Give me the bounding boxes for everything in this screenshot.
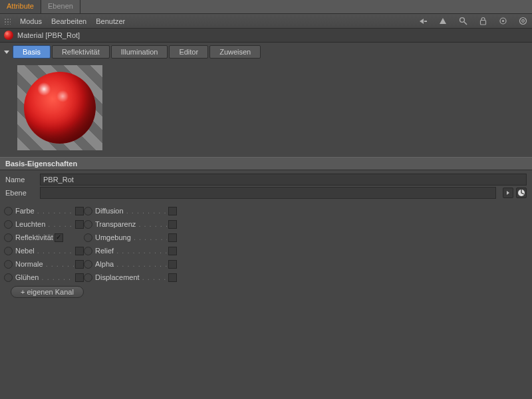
svg-line-2	[464, 22, 467, 25]
channel-label[interactable]: Diffusion . . . . . . . . . . .	[95, 207, 167, 215]
channel-checkbox[interactable]	[75, 207, 84, 215]
tab-layers[interactable]: Ebenen	[41, 0, 80, 13]
channel-radio[interactable]	[84, 207, 92, 215]
channel-row-farbe: Farbe . . . . . . . . .	[4, 205, 84, 217]
svg-point-6	[519, 18, 526, 25]
channel-checkbox[interactable]	[168, 220, 177, 229]
up-arrow-icon[interactable]	[438, 16, 448, 27]
svg-rect-0	[424, 21, 427, 22]
channel-label[interactable]: Displacement . . . . . . .	[95, 273, 167, 281]
channel-row-alpha: Alpha . . . . . . . . . . . . . . . .	[84, 258, 177, 270]
channel-row-displacement: Displacement . . . . . . .	[84, 271, 177, 283]
tab-attribute[interactable]: Attribute	[0, 0, 41, 13]
layer-picker-button[interactable]	[516, 188, 527, 198]
channel-label[interactable]: Umgebung . . . . . . . . . . . .	[95, 233, 167, 241]
channel-label[interactable]: Reflektivität	[15, 233, 53, 241]
channel-checkbox[interactable]	[75, 220, 84, 229]
channel-radio[interactable]	[4, 220, 13, 229]
add-channel-button[interactable]: + eigenen Kanal	[11, 286, 84, 298]
settings-icon[interactable]	[517, 16, 528, 27]
svg-point-7	[521, 20, 524, 23]
menu-edit[interactable]: Bearbeiten	[51, 17, 86, 25]
layer-input[interactable]	[40, 187, 496, 199]
menubar: Modus Bearbeiten Benutzer	[0, 14, 532, 29]
channel-tab-reflektivität[interactable]: Reflektivität	[52, 45, 110, 59]
channel-label[interactable]: Normale . . . . . . .	[15, 260, 74, 268]
collapse-toggle-icon[interactable]	[4, 51, 9, 54]
channel-radio[interactable]	[84, 273, 92, 282]
layer-label: Ebene	[5, 189, 36, 197]
channel-radio[interactable]	[4, 273, 13, 282]
drag-grip-icon[interactable]	[4, 18, 11, 25]
channel-list: Farbe . . . . . . . . .Diffusion . . . .…	[0, 202, 532, 283]
channel-row-normale: Normale . . . . . . .	[4, 258, 84, 270]
channel-checkbox[interactable]	[168, 260, 177, 269]
channel-checkbox[interactable]	[75, 247, 84, 255]
channel-row-glühen: Glühen . . . . . . . .	[4, 271, 84, 283]
channel-checkbox[interactable]	[168, 247, 177, 255]
channel-radio[interactable]	[4, 260, 13, 269]
channel-radio[interactable]	[4, 207, 13, 215]
channel-label[interactable]: Farbe . . . . . . . . .	[15, 207, 74, 215]
channel-tabs-row: BasisReflektivitätIlluminationEditorZuwe…	[0, 43, 532, 61]
channel-label[interactable]: Relief . . . . . . . . . . . . . . .	[95, 247, 167, 255]
material-header: Material [PBR_Rot]	[0, 29, 532, 43]
material-title: Material [PBR_Rot]	[17, 31, 80, 39]
channel-tabs: BasisReflektivitätIlluminationEditorZuwe…	[13, 45, 261, 59]
channel-radio[interactable]	[4, 233, 13, 242]
channel-radio[interactable]	[84, 233, 92, 242]
channel-tab-basis[interactable]: Basis	[13, 45, 51, 59]
channel-row-relief: Relief . . . . . . . . . . . . . . .	[84, 245, 177, 257]
material-preview[interactable]	[17, 65, 102, 150]
svg-point-5	[501, 20, 503, 22]
channel-checkbox[interactable]	[55, 233, 63, 242]
channel-label[interactable]: Nebel . . . . . . . . .	[15, 247, 74, 255]
material-swatch-icon	[4, 31, 13, 40]
channel-label[interactable]: Leuchten . . . . . .	[15, 220, 74, 228]
channel-tab-illumination[interactable]: Illumination	[111, 45, 168, 59]
channel-radio[interactable]	[4, 247, 13, 255]
window-tabs: Attribute Ebenen	[0, 0, 532, 14]
channel-checkbox[interactable]	[168, 233, 177, 242]
svg-point-1	[460, 18, 464, 23]
channel-radio[interactable]	[84, 247, 92, 255]
channel-row-nebel: Nebel . . . . . . . . .	[4, 245, 84, 257]
channel-radio[interactable]	[84, 260, 92, 269]
lock-icon[interactable]	[477, 16, 488, 27]
channel-label[interactable]: Glühen . . . . . . . .	[15, 273, 74, 281]
name-input[interactable]	[40, 174, 527, 186]
channel-checkbox[interactable]	[75, 273, 84, 282]
channel-tab-editor[interactable]: Editor	[169, 45, 208, 59]
channel-checkbox[interactable]	[168, 207, 177, 215]
name-label: Name	[5, 176, 36, 184]
channel-row-reflektivität: Reflektivität	[4, 231, 84, 243]
svg-rect-3	[480, 21, 485, 25]
menu-mode[interactable]: Modus	[20, 17, 42, 25]
channel-tab-zuweisen[interactable]: Zuweisen	[209, 45, 261, 59]
channel-row-transparenz: Transparenz . . . . . . . .	[84, 218, 177, 230]
menu-user[interactable]: Benutzer	[96, 17, 125, 25]
channel-checkbox[interactable]	[75, 260, 84, 269]
channel-label[interactable]: Transparenz . . . . . . . .	[95, 220, 167, 228]
property-fields: Name Ebene	[0, 170, 532, 202]
preview-sphere-icon	[24, 72, 96, 144]
channel-row-leuchten: Leuchten . . . . . .	[4, 218, 84, 230]
channel-row-diffusion: Diffusion . . . . . . . . . . .	[84, 205, 177, 217]
channel-radio[interactable]	[84, 220, 92, 229]
channel-label[interactable]: Alpha . . . . . . . . . . . . . . . .	[95, 260, 167, 268]
layer-dropdown-button[interactable]	[503, 188, 513, 198]
preview-area	[0, 61, 532, 157]
search-icon[interactable]	[458, 16, 468, 27]
section-heading: Basis-Eigenschaften	[0, 157, 532, 170]
channel-row-umgebung: Umgebung . . . . . . . . . . . .	[84, 231, 177, 243]
back-icon[interactable]	[418, 16, 428, 27]
channel-checkbox[interactable]	[168, 273, 177, 282]
target-icon[interactable]	[497, 16, 508, 27]
